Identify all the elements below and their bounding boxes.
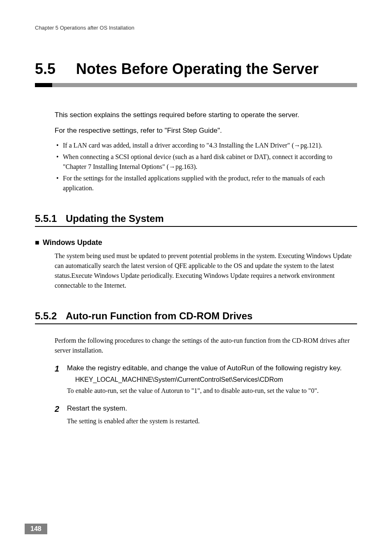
bullet-item-2: When connecting a SCSI optional device (… [55,152,357,172]
windows-update-body: The system being used must be updated to… [55,251,357,291]
main-title: 5.5 Notes Before Operating the Server [35,60,357,78]
page-number: 148 [25,524,47,534]
subsection-wu-title: Windows Update [43,238,102,247]
step-1-note: To enable auto-run, set the value of Aut… [67,386,357,396]
subsection-windows-update: ■ Windows Update [35,238,357,247]
section-551-heading: 5.5.1 Updating the System [35,213,357,227]
section-552-intro: Perform the following procedures to chan… [55,336,357,355]
bullet-item-1: If a LAN card was added, install a drive… [55,141,357,150]
intro-line-1: This section explains the settings requi… [55,110,357,120]
step-2: 2 Restart the system. The setting is ena… [55,403,357,426]
step-1-registry-path: HKEY_LOCAL_MACHINE\System\CurrentControl… [75,376,357,383]
chapter-header: Chapter 5 Operations after OS Installati… [35,25,357,31]
black-square-icon: ■ [35,238,39,247]
section-551-number: 5.5.1 [35,213,66,224]
step-1: 1 Make the registry editable, and change… [55,363,357,396]
title-underline [35,83,357,87]
step-2-number: 2 [55,403,67,426]
step-2-body: Restart the system. The setting is enabl… [67,403,357,426]
step-1-body: Make the registry editable, and change t… [67,363,357,396]
intro-line-2: For the respective settings, refer to "F… [55,125,357,136]
bullet-item-3: For the settings for the installed appli… [55,173,357,193]
section-552-number: 5.5.2 [35,310,66,322]
page-container: Chapter 5 Operations after OS Installati… [0,0,392,426]
main-title-number: 5.5 [35,60,76,78]
step-1-number: 1 [55,363,67,396]
section-552-heading: 5.5.2 Auto-run Function from CD-ROM Driv… [35,310,357,324]
section-551-title: Updating the System [66,213,164,224]
step-2-note: The setting is enabled after the system … [67,416,357,426]
step-2-instruction: Restart the system. [67,403,357,414]
step-1-instruction: Make the registry editable, and change t… [67,363,357,374]
main-title-text: Notes Before Operating the Server [76,60,357,78]
bullet-list: If a LAN card was added, install a drive… [55,141,357,193]
section-552-title: Auto-run Function from CD-ROM Drives [66,310,253,322]
